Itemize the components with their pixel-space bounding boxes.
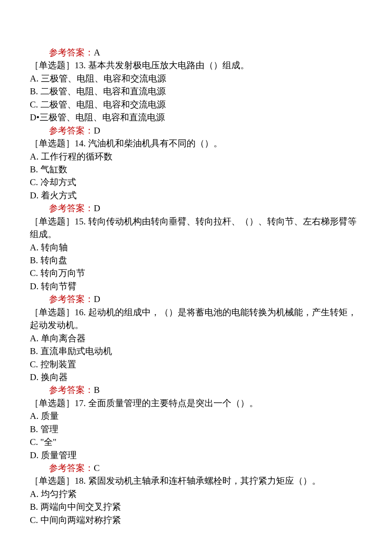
question-type: ［单选题］ [30, 476, 75, 486]
option-a: A. 单向离合器 [30, 332, 362, 345]
option-a: A. 均匀拧紧 [30, 488, 362, 500]
option-c: C. "全" [30, 436, 362, 448]
question-type: ［单选题］ [30, 307, 75, 317]
option-c: C. 转向万向节 [30, 267, 362, 279]
option-d: D. 着火方式 [30, 189, 362, 202]
option-c: C. 中间向两端对称拧紧 [30, 514, 362, 526]
question-text: 16. 起动机的组成中，（）是将蓄电池的电能转换为机械能，产生转矩，起动发动机。 [30, 307, 357, 330]
option-a: A. 工作行程的循环数 [30, 150, 362, 163]
option-d: D. 换向器 [30, 371, 362, 384]
answer-value: D [94, 125, 100, 136]
option-b: B. 气缸数 [30, 163, 362, 176]
question-text: 13. 基本共发射极电压放大电路由（）组成。 [75, 60, 249, 70]
answer-label: 参考答案： [49, 203, 94, 213]
question-type: ［单选题］ [30, 398, 75, 408]
question-text: 15. 转向传动机构由转向垂臂、转向拉杆、（）、转向节、左右梯形臂等组成。 [30, 216, 357, 239]
option-b: B. 二极管、电阻、电容和直流电源 [30, 85, 362, 98]
question-text: 14. 汽油机和柴油机具有不同的（）。 [75, 138, 222, 148]
question-stem: ［单选题］17. 全面质量管理的主要特点是突出一个（）。 [30, 397, 362, 410]
option-a: A. 质量 [30, 410, 362, 422]
answer-line: 参考答案：A [30, 46, 362, 59]
question-stem: ［单选题］18. 紧固发动机主轴承和连杆轴承螺栓时，其拧紧力矩应（）。 [30, 474, 362, 487]
option-c: C. 控制装置 [30, 358, 362, 371]
option-b: B. 直流串励式电动机 [30, 345, 362, 357]
answer-label: 参考答案： [49, 385, 94, 395]
option-c: C. 二极管、电阻、电容和交流电源 [30, 98, 362, 111]
question-stem: ［单选题］16. 起动机的组成中，（）是将蓄电池的电能转换为机械能，产生转矩，起… [30, 306, 362, 332]
question-stem: ［单选题］13. 基本共发射极电压放大电路由（）组成。 [30, 59, 362, 72]
answer-line: 参考答案：D [30, 202, 362, 215]
answer-line: 参考答案：B [30, 384, 362, 396]
question-text: 17. 全面质量管理的主要特点是突出一个（）。 [75, 398, 258, 408]
question-stem: ［单选题］14. 汽油机和柴油机具有不同的（）。 [30, 137, 362, 150]
option-b: B. 两端向中间交叉拧紧 [30, 500, 362, 513]
answer-value: B [94, 385, 100, 395]
answer-line: 参考答案：D [30, 124, 362, 137]
answer-line: 参考答案：C [30, 462, 362, 474]
answer-value: A [94, 47, 100, 58]
document-page: 参考答案：A ［单选题］13. 基本共发射极电压放大电路由（）组成。 A. 三极… [0, 0, 392, 555]
option-d: D•三极管、电阻、电容和直流电源 [30, 111, 362, 124]
option-a: A. 转向轴 [30, 241, 362, 254]
answer-label: 参考答案： [49, 463, 94, 473]
option-b: B. 管理 [30, 423, 362, 436]
answer-value: D [94, 203, 100, 213]
answer-value: C [94, 463, 100, 473]
option-c: C. 冷却方式 [30, 176, 362, 189]
answer-label: 参考答案： [49, 47, 94, 58]
answer-label: 参考答案： [49, 125, 94, 136]
question-type: ［单选题］ [30, 60, 75, 70]
question-stem: ［单选题］15. 转向传动机构由转向垂臂、转向拉杆、（）、转向节、左右梯形臂等组… [30, 215, 362, 241]
option-b: B. 转向盘 [30, 254, 362, 267]
question-text: 18. 紧固发动机主轴承和连杆轴承螺栓时，其拧紧力矩应（）。 [75, 476, 321, 486]
question-type: ［单选题］ [30, 138, 75, 148]
answer-value: D [94, 294, 100, 304]
option-d: D. 转向节臂 [30, 280, 362, 293]
answer-line: 参考答案：D [30, 293, 362, 305]
option-a: A. 三极管、电阻、电容和交流电源 [30, 72, 362, 85]
answer-label: 参考答案： [49, 294, 94, 304]
question-type: ［单选题］ [30, 216, 75, 227]
option-d: D. 质量管理 [30, 449, 362, 462]
